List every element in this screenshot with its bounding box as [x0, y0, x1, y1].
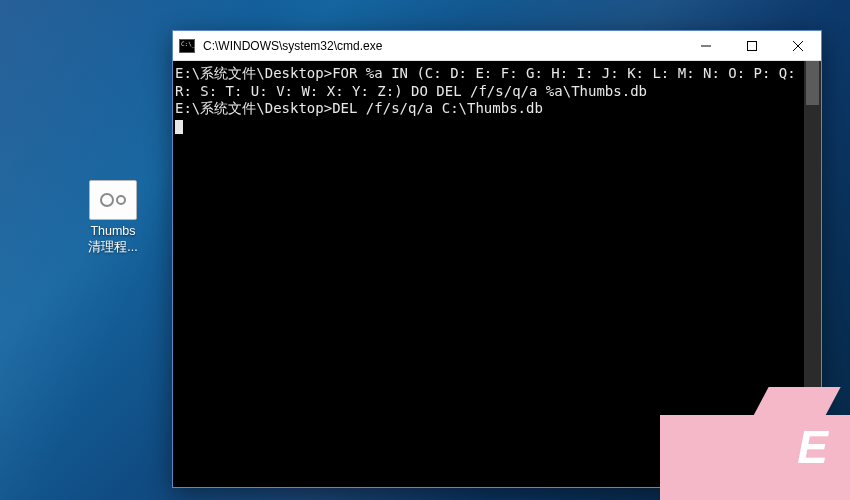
window-controls: [683, 31, 821, 60]
terminal-line: E:\系统文件\Desktop>DEL /f/s/q/a C:\Thumbs.d…: [175, 100, 819, 118]
titlebar[interactable]: C:\WINDOWS\system32\cmd.exe: [173, 31, 821, 61]
watermark-logo: E: [797, 420, 825, 474]
svg-rect-1: [748, 41, 757, 50]
maximize-button[interactable]: [729, 31, 775, 60]
desktop-shortcut-label: Thumbs 清理程...: [88, 224, 137, 255]
gear-icon: [116, 195, 126, 205]
watermark-badge: E: [660, 415, 850, 500]
maximize-icon: [747, 41, 757, 51]
close-icon: [793, 41, 803, 51]
minimize-icon: [701, 41, 711, 51]
gear-icon: [100, 193, 114, 207]
desktop-shortcut-thumbs-cleaner[interactable]: Thumbs 清理程...: [75, 180, 151, 255]
window-title: C:\WINDOWS\system32\cmd.exe: [203, 39, 683, 53]
scrollbar-thumb[interactable]: [806, 61, 819, 105]
cmd-icon: [179, 39, 195, 53]
terminal-cursor-line: [175, 118, 819, 136]
terminal-line: E:\系统文件\Desktop>FOR %a IN (C: D: E: F: G…: [175, 65, 819, 100]
minimize-button[interactable]: [683, 31, 729, 60]
close-button[interactable]: [775, 31, 821, 60]
cursor: [175, 120, 183, 134]
bat-file-icon: [89, 180, 137, 220]
